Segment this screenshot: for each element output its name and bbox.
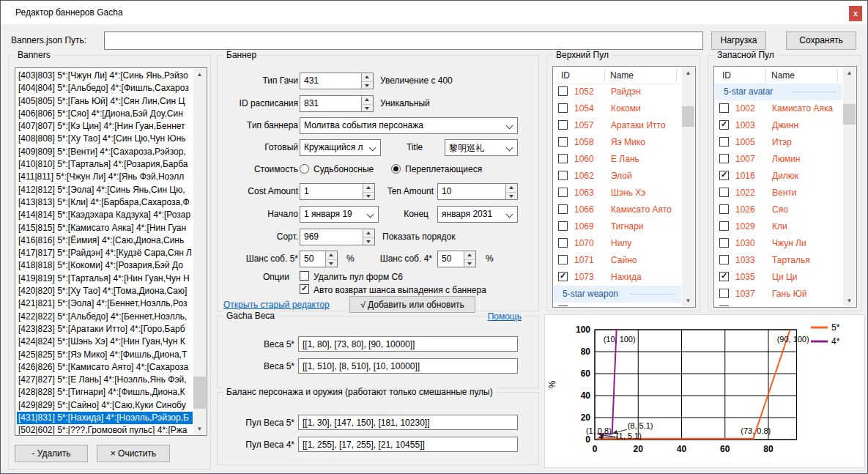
path-input[interactable] bbox=[104, 32, 703, 50]
upper-pool-scrollbar[interactable]: ▲ ▼ bbox=[682, 67, 694, 306]
pool-item-checkbox[interactable] bbox=[558, 204, 568, 214]
pool-row[interactable]: 1022Венти bbox=[715, 185, 842, 201]
pool-item-checkbox[interactable] bbox=[719, 103, 729, 113]
column-divider[interactable] bbox=[765, 69, 766, 82]
pool-item-checkbox[interactable] bbox=[558, 305, 568, 306]
backup-pool-header[interactable]: ID Name bbox=[715, 67, 842, 84]
stepper-arrows-icon[interactable] bbox=[361, 73, 373, 89]
banner-list-item[interactable]: [423|823] 5*:[Аратаки Итто] 4*:[Горо,Бар… bbox=[17, 323, 193, 336]
pool-item-checkbox[interactable] bbox=[719, 272, 729, 281]
weights5-input[interactable] bbox=[298, 336, 518, 352]
column-header-id[interactable]: ID bbox=[561, 70, 570, 81]
open-old-editor-link[interactable]: Открыть старый редактор bbox=[223, 300, 330, 310]
banner-list-item[interactable]: [424|824] 5*:[Шэнь Хэ] 4*:[Нин Гуан,Чун … bbox=[17, 336, 193, 348]
pool-item-checkbox[interactable] bbox=[719, 188, 729, 197]
pool-item-checkbox[interactable] bbox=[719, 221, 729, 231]
pool-row[interactable]: 1038Альбедо bbox=[715, 303, 842, 306]
pool-row[interactable]: 1002Камисато Аяка bbox=[715, 100, 842, 117]
pool-item-checkbox[interactable] bbox=[558, 255, 568, 264]
load-button[interactable]: Нагрузка bbox=[711, 32, 766, 50]
pool-row[interactable]: 1057Аратаки Итто bbox=[554, 117, 681, 134]
ten-amount-stepper[interactable]: 10 bbox=[437, 183, 518, 200]
pool-item-checkbox[interactable] bbox=[719, 154, 729, 163]
upper-pool-list[interactable]: ID Name 1052Райдэн1054Кокоми1057Аратаки … bbox=[552, 66, 696, 308]
pool-row[interactable]: 1073Нахида bbox=[554, 269, 681, 286]
scroll-down-icon[interactable]: ▼ bbox=[193, 423, 206, 434]
banner-list-item[interactable]: [415|815] 5*:[Камисато Аяка] 4*:[Нин Гуа… bbox=[17, 222, 193, 234]
banner-list-item[interactable]: [405|805] 5*:[Гань Юй] 4*:[Сян Лин,Син Ц bbox=[17, 95, 193, 108]
pool-row[interactable]: 1070Нилу bbox=[554, 235, 681, 252]
title-select[interactable]: 黎明巡礼 bbox=[445, 139, 518, 156]
pool-item-checkbox[interactable] bbox=[558, 154, 568, 163]
pool-item-checkbox[interactable] bbox=[719, 305, 729, 306]
pool-item-checkbox[interactable] bbox=[719, 120, 729, 130]
cost-radio-intertwined[interactable] bbox=[391, 164, 401, 174]
banner-list-item[interactable]: [425|825] 5*:[Яэ Мико] 4*:[Фишль,Диона,Т bbox=[17, 349, 193, 361]
banner-list-item[interactable]: [413|813] 5*:[Кли] 4*:[Барбара,Сахароза,… bbox=[17, 196, 193, 209]
banner-list-item[interactable]: [410|810] 5*:[Тарталья] 4*:[Розария,Барб… bbox=[17, 158, 193, 171]
pool-row[interactable]: 1007Люмин bbox=[715, 151, 842, 168]
stepper-arrows-icon[interactable] bbox=[361, 96, 373, 111]
scroll-down-icon[interactable]: ▼ bbox=[682, 295, 694, 306]
pool-row[interactable]: 1069Тигнари bbox=[554, 218, 681, 235]
save-button[interactable]: Сохранять bbox=[786, 32, 856, 50]
banner-list-item[interactable]: [427|827] 5*:[Е Лань] 4*:[Ноэлль,Янь Фэй… bbox=[17, 374, 193, 386]
column-divider[interactable] bbox=[604, 69, 605, 82]
scrollbar-thumb[interactable] bbox=[682, 106, 694, 127]
stepper-arrows-icon[interactable] bbox=[363, 229, 374, 245]
banner-list-item[interactable]: [417|817] 5*:[Райдэн] 4*:[Кудзё Сара,Сян… bbox=[17, 247, 193, 259]
banner-list-item[interactable]: [404|804] 5*:[Альбедо] 4*:[Фишль,Сахароз bbox=[17, 82, 193, 95]
banner-list-item[interactable]: [403|803] 5*:[Чжун Ли] 4*:[Синь Янь,Рэйз… bbox=[17, 70, 193, 82]
scrollbar-thumb[interactable] bbox=[193, 377, 206, 409]
end-date-select[interactable]: января 2031 bbox=[437, 206, 518, 223]
pool-weights5-input[interactable] bbox=[298, 415, 518, 430]
banner-list-item[interactable]: [422|822] 5*:[Альбедо] 4*:[Беннет,Ноэлль… bbox=[17, 311, 193, 323]
pool-row[interactable]: 1003Джинн bbox=[715, 117, 842, 134]
pool-row[interactable]: 1026Сяо bbox=[715, 201, 842, 218]
banner-list-item[interactable]: [416|816] 5*:[Ёимия] 4*:[Саю,Диона,Синь bbox=[17, 234, 193, 247]
pool-row[interactable]: 1035Ци Ци bbox=[715, 269, 842, 286]
pool-row[interactable]: 1030Чжун Ли bbox=[715, 235, 842, 252]
scroll-up-icon[interactable]: ▲ bbox=[682, 67, 694, 78]
banners-listbox[interactable]: [403|803] 5*:[Чжун Ли] 4*:[Синь Янь,Рэйз… bbox=[15, 67, 207, 436]
scroll-up-icon[interactable]: ▲ bbox=[843, 67, 856, 78]
column-header-id[interactable]: ID bbox=[722, 70, 731, 81]
pool-item-checkbox[interactable] bbox=[558, 221, 568, 231]
pool-row[interactable]: 1016Дилюк bbox=[715, 168, 842, 185]
banner-list-item[interactable]: [408|808] 5*:[Ху Тао] 4*:[Син Цю,Чун Юнь bbox=[17, 133, 193, 145]
banner-list-item[interactable]: [407|807] 5*:[Кэ Цин] 4*:[Нин Гуан,Бенне… bbox=[17, 120, 193, 133]
column-header-name[interactable]: Name bbox=[771, 70, 795, 81]
banner-list-item[interactable]: [428|828] 5*:[Тигнари] 4*:[Фишль,Диона,К bbox=[17, 386, 193, 399]
pool-row[interactable]: 1071Сайно bbox=[554, 252, 681, 269]
banner-list-item[interactable]: [418|818] 5*:[Кокоми] 4*:[Розария,Бэй До bbox=[17, 259, 193, 272]
chance4-stepper[interactable]: 50 bbox=[437, 251, 476, 267]
pool-item-checkbox[interactable] bbox=[558, 103, 568, 113]
stepper-arrows-icon[interactable] bbox=[363, 184, 374, 199]
pool-row[interactable]: 1054Кокоми bbox=[554, 100, 681, 117]
column-divider[interactable] bbox=[837, 69, 838, 82]
pool-row[interactable]: 1005Итэр bbox=[715, 134, 842, 151]
pool-row[interactable]: 1029Кли bbox=[715, 218, 842, 235]
banner-list-item[interactable]: [406|806] 5*:[Сяо] 4*:[Диона,Бэй Доу,Син bbox=[17, 108, 193, 120]
remove-c6-pool-checkbox[interactable] bbox=[300, 271, 309, 281]
gacha-type-stepper[interactable]: 431 bbox=[300, 73, 374, 89]
stepper-arrows-icon[interactable] bbox=[464, 251, 475, 267]
pool-row[interactable]: 1033Тарталья bbox=[715, 252, 842, 269]
pool-row[interactable]: 1066Камисато Аято bbox=[554, 201, 681, 218]
chance5-stepper[interactable]: 50 bbox=[300, 251, 338, 267]
stepper-arrows-icon[interactable] bbox=[325, 251, 337, 267]
pool-item-checkbox[interactable] bbox=[558, 238, 568, 248]
pool-item-checkbox[interactable] bbox=[558, 86, 568, 96]
banner-list-item[interactable]: [420|820] 5*:[Ху Тао] 4*:[Тома,Диона,Саю… bbox=[17, 285, 193, 297]
banner-type-select[interactable]: Молитва события персонажа bbox=[300, 117, 518, 134]
column-header-name[interactable]: Name bbox=[610, 70, 634, 81]
banner-list-item[interactable]: [419|819] 5*:[Тарталья] 4*:[Нин Гуан,Чун… bbox=[17, 273, 193, 285]
banner-list-item[interactable]: [421|821] 5*:[Эола] 4*:[Беннет,Ноэлль,Ро… bbox=[17, 297, 193, 310]
banner-list-item[interactable]: [414|814] 5*:[Каэдэхара Кадзуха] 4*:[Роз… bbox=[17, 209, 193, 221]
clear-banners-button[interactable]: × Очистить bbox=[97, 445, 170, 462]
weights5b-input[interactable] bbox=[298, 358, 518, 374]
banners-scrollbar[interactable]: ▲ ▼ bbox=[193, 69, 206, 434]
banner-list-item[interactable]: [411|811] 5*:[Чжун Ли] 4*:[Янь Фэй,Ноэлл bbox=[17, 171, 193, 183]
banner-list-item[interactable]: [429|829] 5*:[Сайно] 4*:[Саю,Куки Синобу bbox=[17, 399, 193, 412]
pool-item-checkbox[interactable] bbox=[719, 289, 729, 298]
